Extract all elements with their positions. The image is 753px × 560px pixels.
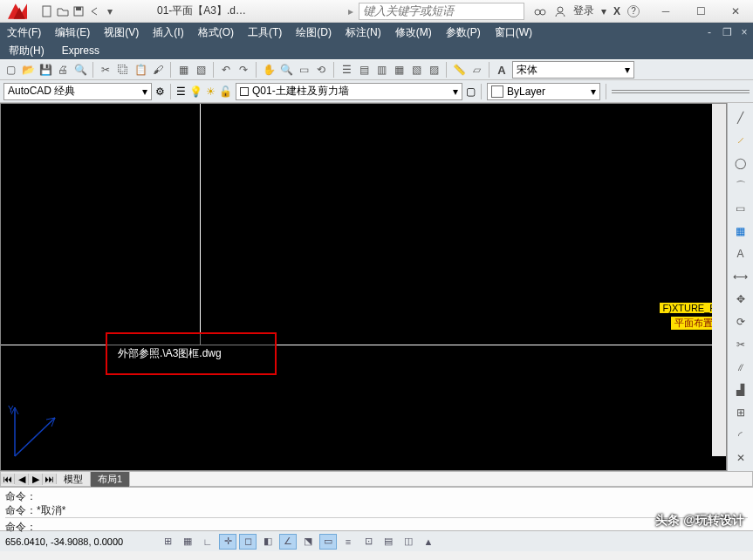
- minimize-button[interactable]: ─: [648, 1, 683, 22]
- undo-icon[interactable]: ↶: [219, 63, 233, 77]
- mirror-icon[interactable]: ▟: [731, 380, 750, 400]
- maximize-button[interactable]: ☐: [683, 1, 718, 22]
- mdi-restore[interactable]: ❐: [718, 26, 736, 38]
- gear-icon[interactable]: ⚙: [155, 85, 165, 98]
- layer-lock-icon[interactable]: 🔓: [219, 85, 232, 98]
- ortho-toggle[interactable]: ∟: [199, 534, 216, 550]
- horizontal-scrollbar[interactable]: [130, 472, 752, 486]
- chevron-right-icon[interactable]: ▸: [348, 5, 353, 17]
- exchange-icon[interactable]: X: [613, 5, 620, 17]
- chevron-down-icon[interactable]: ▾: [103, 4, 117, 18]
- design-center-icon[interactable]: ▤: [357, 63, 371, 77]
- menu-help[interactable]: 帮助(H): [0, 42, 53, 60]
- tab-prev-button[interactable]: ◀: [15, 474, 29, 485]
- new-icon[interactable]: ▢: [3, 63, 17, 77]
- drawing-canvas[interactable]: 外部参照.\A3图框.dwg F)XTURE_FU 平面布置图 Y: [0, 103, 727, 471]
- layerprop-icon[interactable]: ☰: [176, 85, 186, 98]
- pan-icon[interactable]: ✋: [262, 63, 276, 77]
- ann-toggle[interactable]: ▲: [420, 534, 437, 550]
- array-icon[interactable]: ⊞: [731, 403, 750, 422]
- menu-window[interactable]: 窗口(W): [488, 23, 539, 43]
- tab-layout1[interactable]: 布局1: [91, 472, 130, 487]
- layer-sun-icon[interactable]: ☀: [206, 85, 216, 98]
- calc-icon[interactable]: ▨: [427, 63, 441, 77]
- markup-icon[interactable]: ▧: [409, 63, 423, 77]
- menu-file[interactable]: 文件(F): [0, 23, 48, 43]
- trim-icon[interactable]: ✂: [731, 335, 750, 354]
- move-icon[interactable]: ✥: [731, 290, 750, 309]
- chevron-down-icon[interactable]: ▾: [601, 5, 606, 17]
- textstyle-icon[interactable]: A: [495, 63, 509, 77]
- block2-icon[interactable]: ▧: [194, 63, 208, 77]
- zoom-icon[interactable]: 🔍: [279, 63, 293, 77]
- app-logo[interactable]: [0, 0, 35, 23]
- draw-arc-icon[interactable]: ⌒: [731, 176, 750, 195]
- cmd-prompt[interactable]: 命令：: [5, 517, 748, 534]
- open-icon[interactable]: [56, 4, 70, 18]
- text-icon[interactable]: A: [731, 244, 750, 263]
- draw-circle-icon[interactable]: ◯: [731, 154, 750, 173]
- redo-icon[interactable]: ↷: [236, 63, 250, 77]
- layer-bulb-icon[interactable]: 💡: [189, 85, 202, 98]
- menu-param[interactable]: 参数(P): [439, 23, 488, 43]
- workspace-dropdown[interactable]: AutoCAD 经典▾: [3, 83, 152, 100]
- paste-icon[interactable]: 📋: [133, 63, 147, 77]
- help-icon[interactable]: ?: [627, 5, 640, 17]
- font-dropdown[interactable]: 宋体▾: [512, 61, 634, 79]
- vertical-scrollbar[interactable]: [712, 104, 726, 456]
- new-icon[interactable]: [40, 4, 54, 18]
- mdi-close[interactable]: ×: [736, 26, 753, 38]
- tab-last-button[interactable]: ⏭: [43, 474, 57, 484]
- tab-first-button[interactable]: ⏮: [1, 474, 15, 484]
- osnap-toggle[interactable]: ◻: [239, 534, 257, 550]
- menu-draw[interactable]: 绘图(D): [289, 23, 339, 43]
- menu-tools[interactable]: 工具(T): [241, 23, 289, 43]
- grid-toggle[interactable]: ▦: [179, 534, 196, 550]
- props-icon[interactable]: ☰: [339, 63, 353, 77]
- rotate-icon[interactable]: ⟳: [731, 312, 750, 331]
- lwt-toggle[interactable]: ≡: [339, 534, 357, 550]
- user-icon[interactable]: [554, 5, 566, 17]
- lineweight-slider[interactable]: [612, 90, 750, 93]
- undo-icon[interactable]: [87, 4, 101, 18]
- zoom-prev-icon[interactable]: ⟲: [314, 63, 328, 77]
- draw-pline-icon[interactable]: ⟋: [731, 131, 750, 150]
- measure-icon[interactable]: 📏: [452, 63, 466, 77]
- menu-format[interactable]: 格式(O): [191, 23, 241, 43]
- block-icon[interactable]: ▦: [176, 63, 190, 77]
- search-input[interactable]: [359, 3, 524, 20]
- hatch-icon[interactable]: ▦: [731, 222, 750, 241]
- offset-icon[interactable]: ⫽: [731, 358, 750, 377]
- otrack-toggle[interactable]: ∠: [279, 534, 297, 550]
- sheet-set-icon[interactable]: ▦: [392, 63, 406, 77]
- command-window[interactable]: 命令： 命令：*取消* 命令： 头条 @玩转设计: [0, 487, 753, 530]
- draw-line-icon[interactable]: ╱: [731, 108, 750, 127]
- menu-modify[interactable]: 修改(M): [388, 23, 439, 43]
- 3dosnap-toggle[interactable]: ◧: [259, 534, 277, 550]
- save-icon[interactable]: 💾: [38, 63, 52, 77]
- menu-dimension[interactable]: 标注(N): [339, 23, 388, 43]
- color-dropdown[interactable]: ByLayer ▾: [487, 83, 600, 100]
- close-button[interactable]: ✕: [718, 1, 753, 22]
- login-label[interactable]: 登录: [573, 3, 594, 18]
- menu-edit[interactable]: 编辑(E): [48, 23, 97, 43]
- menu-express[interactable]: Express: [53, 43, 108, 58]
- zoom-window-icon[interactable]: ▭: [297, 63, 311, 77]
- dim-icon[interactable]: ⟷: [731, 267, 750, 286]
- draw-rect-icon[interactable]: ▭: [731, 199, 750, 218]
- open-icon[interactable]: 📂: [21, 63, 35, 77]
- mdi-minimize[interactable]: -: [701, 26, 718, 38]
- print-icon[interactable]: 🖨: [56, 63, 70, 77]
- erase-icon[interactable]: ✕: [731, 448, 750, 468]
- tab-next-button[interactable]: ▶: [29, 474, 43, 485]
- binoculars-icon[interactable]: [533, 5, 547, 17]
- copy-icon[interactable]: ⿻: [116, 63, 130, 77]
- tool-palette-icon[interactable]: ▥: [374, 63, 388, 77]
- layer-iso-icon[interactable]: ▢: [466, 85, 476, 98]
- area-icon[interactable]: ▱: [469, 63, 483, 77]
- polar-toggle[interactable]: ✛: [219, 534, 236, 550]
- cut-icon[interactable]: ✂: [99, 63, 113, 77]
- layer-dropdown[interactable]: Q01-土建柱及剪力墙 ▾: [236, 83, 462, 100]
- sc-toggle[interactable]: ◫: [400, 534, 417, 550]
- menu-view[interactable]: 视图(V): [97, 23, 146, 43]
